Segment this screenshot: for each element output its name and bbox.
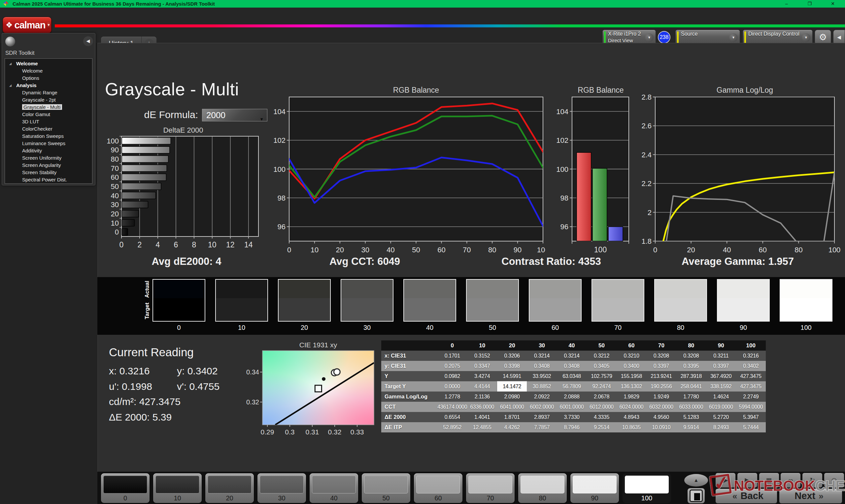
restore-button[interactable]: ❐ — [805, 0, 815, 7]
sidebar-item-grayscale-2pt[interactable]: Grayscale - 2pt — [5, 96, 92, 104]
table-cell-cct-30[interactable]: 6002.0000 — [527, 402, 557, 412]
table-cell-e-itp-90[interactable]: 8.2493 — [706, 422, 736, 432]
table-cell-x-cie31-100[interactable]: 0.3216 — [736, 350, 766, 361]
table-cell-y-cie31-70[interactable]: 0.3397 — [646, 361, 676, 371]
table-cell-y-70[interactable]: 213.9241 — [646, 371, 676, 381]
toolbar-button-4[interactable]: ∞ — [781, 473, 800, 487]
table-cell-x-cie31-0[interactable]: 0.1701 — [437, 350, 467, 361]
pattern-button-70[interactable]: 70 — [466, 473, 515, 503]
sidebar-item-screen-stability[interactable]: Screen Stability — [5, 169, 92, 176]
table-cell-y-cie31-80[interactable]: 0.3395 — [676, 361, 706, 371]
table-cell-gamma-log-log-30[interactable]: 2.0922 — [527, 392, 557, 402]
table-cell-y-cie31-20[interactable]: 0.3398 — [497, 361, 527, 371]
table-cell-cct-50[interactable]: 6012.0000 — [586, 402, 616, 412]
table-cell-gamma-log-log-70[interactable]: 1.9249 — [646, 392, 676, 402]
table-cell-y-cie31-10[interactable]: 0.3347 — [467, 361, 497, 371]
table-cell-e-itp-20[interactable]: 4.4262 — [497, 422, 527, 432]
table-cell-e-itp-0[interactable]: 52.8952 — [437, 422, 467, 432]
table-cell-x-cie31-50[interactable]: 0.3212 — [586, 350, 616, 361]
table-cell-cct-80[interactable]: 6033.0000 — [676, 402, 706, 412]
table-cell-e-2000-50[interactable]: 4.3335 — [586, 412, 616, 422]
pattern-button-80[interactable]: 80 — [518, 473, 567, 503]
sidebar-item-color-gamut[interactable]: Color Gamut — [5, 111, 92, 118]
table-cell-target-y-30[interactable]: 30.8852 — [527, 381, 557, 392]
table-cell-gamma-log-log-60[interactable]: 1.9829 — [617, 392, 646, 402]
table-cell-y-0[interactable]: 0.0982 — [437, 371, 467, 381]
sidebar-item-additivity[interactable]: Additivity — [5, 147, 92, 155]
sidebar-item-3d-lut[interactable]: 3D LUT — [5, 118, 92, 125]
table-cell-e-2000-80[interactable]: 5.1283 — [676, 412, 706, 422]
chevron-down-icon[interactable]: ▼ — [729, 33, 738, 42]
de-formula-select[interactable]: 2000 ▼ — [202, 109, 267, 121]
table-cell-x-cie31-20[interactable]: 0.3206 — [497, 350, 527, 361]
table-cell-y-90[interactable]: 367.4920 — [706, 371, 736, 381]
table-cell-y-30[interactable]: 33.9502 — [527, 371, 557, 381]
table-cell-x-cie31-40[interactable]: 0.3214 — [557, 350, 586, 361]
table-cell-cct-0[interactable]: 436174.0000 — [437, 402, 467, 412]
table-cell-e-2000-20[interactable]: 1.8701 — [497, 412, 527, 422]
table-cell-target-y-50[interactable]: 92.2474 — [586, 381, 616, 392]
pattern-button-90[interactable]: 90 — [570, 473, 619, 503]
chevron-down-icon[interactable]: ▼ — [645, 33, 654, 42]
sidebar-group-analysis[interactable]: ◢Analysis — [5, 82, 92, 89]
toolbar-button-6[interactable]: ◠ — [824, 473, 844, 487]
pattern-button-50[interactable]: 50 — [362, 473, 410, 503]
table-cell-target-y-60[interactable]: 136.1302 — [617, 381, 646, 392]
table-cell-e-itp-100[interactable]: 5.7444 — [736, 422, 766, 432]
table-cell-e-2000-100[interactable]: 5.3947 — [736, 412, 766, 422]
table-cell-y-100[interactable]: 427.3475 — [736, 371, 766, 381]
table-cell-target-y-10[interactable]: 4.4144 — [467, 381, 497, 392]
table-cell-cct-100[interactable]: 5994.0000 — [736, 402, 766, 412]
pattern-button-20[interactable]: 20 — [205, 473, 254, 503]
table-cell-e-itp-30[interactable]: 7.7857 — [527, 422, 557, 432]
sidebar-collapse-button[interactable]: ◀ — [83, 36, 93, 46]
table-cell-e-2000-70[interactable]: 4.9560 — [646, 412, 676, 422]
table-cell-cct-90[interactable]: 6019.0000 — [706, 402, 736, 412]
back-button[interactable]: «Back — [716, 489, 777, 503]
table-cell-y-cie31-30[interactable]: 0.3408 — [527, 361, 557, 371]
toolbar-button-1[interactable]: ▶ — [716, 473, 735, 487]
sidebar-item-spectral-power-dist[interactable]: Spectral Power Dist. — [5, 176, 92, 183]
table-cell-e-itp-50[interactable]: 9.2514 — [586, 422, 616, 432]
meter-count-badge[interactable]: 238 — [658, 31, 670, 43]
table-cell-gamma-log-log-90[interactable]: 1.4624 — [706, 392, 736, 402]
table-cell-target-y-80[interactable]: 258.0441 — [676, 381, 706, 392]
pattern-button-0[interactable]: 0 — [101, 473, 149, 503]
calman-menu-button[interactable]: ❖ calman ▼ — [3, 17, 52, 33]
table-cell-gamma-log-log-0[interactable]: 1.2778 — [437, 392, 467, 402]
table-cell-y-cie31-40[interactable]: 0.3408 — [557, 361, 586, 371]
table-cell-e-2000-10[interactable]: 1.4041 — [467, 412, 497, 422]
expand-triangle-icon[interactable]: ◢ — [9, 82, 12, 89]
table-cell-e-itp-10[interactable]: 12.4855 — [467, 422, 497, 432]
table-cell-y-80[interactable]: 287.3918 — [676, 371, 706, 381]
pattern-button-30[interactable]: 30 — [258, 473, 306, 503]
table-cell-y-40[interactable]: 63.0348 — [557, 371, 586, 381]
pattern-button-40[interactable]: 40 — [310, 473, 358, 503]
pattern-step-up-button[interactable]: ▲ — [684, 474, 708, 487]
table-cell-x-cie31-30[interactable]: 0.3214 — [527, 350, 557, 361]
table-cell-y-cie31-90[interactable]: 0.3397 — [706, 361, 736, 371]
table-cell-gamma-log-log-50[interactable]: 2.0678 — [586, 392, 616, 402]
table-cell-y-cie31-100[interactable]: 0.3402 — [736, 361, 766, 371]
sidebar-group-welcome[interactable]: ◢Welcome — [5, 60, 92, 67]
table-cell-gamma-log-log-100[interactable]: 2.2749 — [736, 392, 766, 402]
table-cell-y-cie31-50[interactable]: 0.3405 — [586, 361, 616, 371]
table-cell-cct-60[interactable]: 6024.0000 — [617, 402, 646, 412]
table-cell-target-y-70[interactable]: 190.2556 — [646, 381, 676, 392]
sidebar-item-luminance-sweeps[interactable]: Luminance Sweeps — [5, 140, 92, 147]
table-cell-e-itp-40[interactable]: 8.7946 — [557, 422, 586, 432]
table-cell-cct-10[interactable]: 6336.0000 — [467, 402, 497, 412]
table-cell-e-2000-0[interactable]: 0.6554 — [437, 412, 467, 422]
table-cell-x-cie31-90[interactable]: 0.3211 — [706, 350, 736, 361]
toolbar-button-5[interactable]: ↻ — [803, 473, 822, 487]
table-cell-y-20[interactable]: 14.5991 — [497, 371, 527, 381]
sidebar-item-grayscale-multi[interactable]: Grayscale - Multi — [5, 104, 92, 111]
table-cell-x-cie31-70[interactable]: 0.3208 — [646, 350, 676, 361]
table-cell-x-cie31-80[interactable]: 0.3208 — [676, 350, 706, 361]
table-cell-cct-70[interactable]: 6032.0000 — [646, 402, 676, 412]
table-cell-gamma-log-log-80[interactable]: 1.7780 — [676, 392, 706, 402]
sidebar-item-colorchecker[interactable]: ColorChecker — [5, 125, 92, 132]
table-cell-y-cie31-60[interactable]: 0.3400 — [617, 361, 646, 371]
sidebar-item-screen-uniformity[interactable]: Screen Uniformity — [5, 155, 92, 162]
table-cell-gamma-log-log-40[interactable]: 2.0888 — [557, 392, 586, 402]
